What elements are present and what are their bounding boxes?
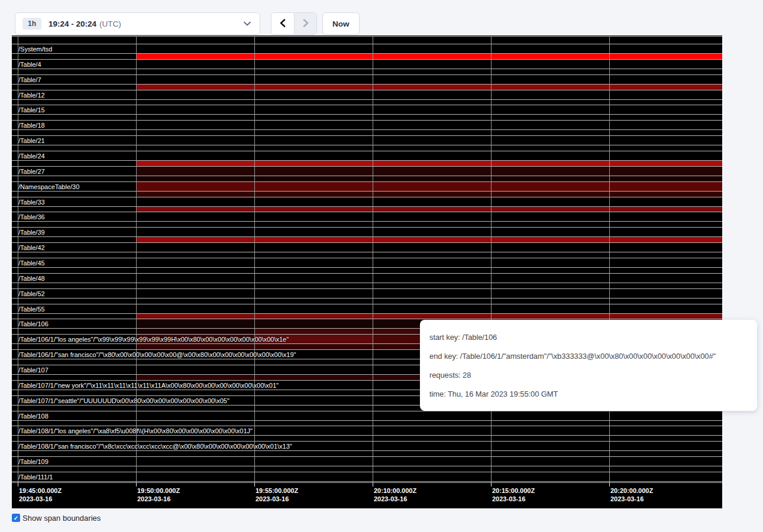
row-key-label: /Table/52 (18, 290, 45, 298)
row-key-label: /Table/106/1/"los angeles"/"\x99\x99\x99… (18, 335, 289, 343)
row-key-label: /Table/27 (18, 167, 45, 176)
span-boundary-line (12, 273, 722, 274)
span-boundary-line (12, 283, 722, 283)
span-boundary-line (12, 304, 722, 304)
heat-cell (137, 182, 722, 192)
time-tick (136, 482, 137, 486)
heatmap[interactable]: /System/tsd/Table/4/Table/7/Table/12/Tab… (12, 35, 722, 508)
time-gridline (609, 36, 610, 482)
row-key-label: /Table/109 (18, 458, 49, 466)
span-boundary-line (12, 420, 722, 421)
row-key-label: /Table/4 (18, 60, 41, 69)
span-boundary-line (12, 288, 722, 289)
time-gridline (373, 36, 373, 482)
span-boundary-line (12, 84, 722, 85)
row-key-label: /Table/111/1 (18, 473, 53, 481)
time-tick (373, 482, 373, 486)
heat-cell (137, 54, 722, 59)
row-key-label: /Table/12 (18, 91, 45, 99)
row-key-label: /Table/21 (18, 137, 45, 145)
axis-date-label: 2023-03-16 (256, 495, 289, 503)
time-gridline (136, 36, 137, 482)
row-key-label: /Table/107/1/"seattle"/"UUUUUUD\x00\x80\… (18, 397, 229, 405)
span-boundary-line (12, 120, 722, 121)
prev-interval-button[interactable] (271, 13, 294, 34)
chevron-right-icon (302, 18, 309, 30)
span-boundary-line (12, 236, 722, 237)
heat-cell (137, 329, 254, 334)
time-nav-group (271, 12, 317, 35)
heatmap-tooltip: start key: /Table/106end key: /Table/106… (420, 320, 757, 411)
row-key-label: /NamespaceTable/30 (18, 183, 79, 191)
axis-time-label: 20:10:00.000Z (374, 487, 416, 495)
span-boundary-line (12, 151, 722, 151)
time-range-value: 19:24 - 20:24 (49, 20, 96, 28)
row-key-label: /Table/7 (18, 76, 41, 84)
row-key-label: /Table/18 (18, 121, 45, 129)
span-boundary-line (12, 252, 722, 252)
row-key-label: /Table/107/1/"new york"/"\x11\x11\x11\x1… (18, 381, 279, 390)
span-boundary-line (12, 221, 722, 222)
row-key-label: /Table/39 (18, 228, 45, 236)
time-tick (18, 482, 18, 486)
span-boundary-line (12, 90, 722, 90)
tooltip-line: requests: 28 (429, 371, 748, 379)
row-key-label: /Table/108 (18, 412, 49, 420)
span-boundary-line (12, 53, 722, 54)
show-span-boundaries-checkbox[interactable]: ✓ (12, 514, 20, 522)
axis-date-label: 2023-03-16 (492, 495, 525, 503)
heat-cell (137, 167, 722, 176)
axis-date-label: 2023-03-16 (374, 495, 407, 503)
tooltip-line: end key: /Table/106/1/"amsterdam"/"\xb33… (429, 352, 748, 361)
axis-time-label: 20:20:00.000Z (610, 487, 653, 495)
row-key-label: /Table/106/1/"san francisco"/"\x80\x00\x… (18, 351, 296, 359)
span-boundary-line (12, 456, 722, 457)
row-key-label: /Table/108/1/"san francisco"/"\x8c\xcc\x… (18, 442, 292, 450)
row-key-label: /Table/15 (18, 106, 45, 114)
axis-time-label: 19:50:00.000Z (137, 487, 180, 495)
span-boundary-line (12, 298, 722, 299)
time-tick (609, 482, 610, 486)
time-range-select[interactable]: 1h 19:24 - 20:24 (UTC) (15, 12, 260, 35)
span-boundary-line (12, 74, 722, 75)
span-boundary-line (12, 166, 722, 167)
tooltip-line: start key: /Table/106 (429, 333, 748, 342)
now-button[interactable]: Now (322, 12, 360, 35)
span-boundary-line (12, 135, 722, 136)
row-key-label: /System/tsd (18, 45, 52, 53)
heat-cell (137, 85, 722, 90)
row-key-label: /Table/106 (18, 320, 49, 328)
row-key-label: /Table/33 (18, 198, 45, 206)
span-boundary-line (12, 482, 722, 483)
heat-cell (137, 314, 722, 319)
axis-date-label: 2023-03-16 (19, 495, 52, 503)
row-key-label: /Table/107 (18, 366, 49, 374)
span-boundary-line (12, 206, 722, 207)
time-gridline (254, 36, 255, 482)
time-range-badge: 1h (22, 18, 41, 30)
span-boundary-line (12, 160, 722, 161)
span-boundary-line (12, 191, 722, 192)
span-boundary-line (12, 227, 722, 228)
footer: ✓ Show span boundaries (12, 512, 101, 524)
span-boundary-line (12, 36, 722, 37)
span-boundary-line (12, 176, 722, 176)
span-boundary-line (12, 472, 722, 472)
span-boundary-line (12, 426, 722, 426)
tooltip-line: time: Thu, 16 Mar 2023 19:55:00 GMT (429, 390, 748, 398)
heat-cell (137, 192, 722, 197)
toolbar: 1h 19:24 - 20:24 (UTC) Now (0, 0, 763, 35)
span-boundary-line (12, 114, 722, 115)
span-boundary-line (12, 69, 722, 69)
span-boundary-line (12, 129, 722, 130)
span-boundary-line (12, 99, 722, 100)
axis-time-label: 20:15:00.000Z (492, 487, 535, 495)
span-boundary-line (12, 181, 722, 182)
axis-date-label: 2023-03-16 (137, 495, 170, 503)
span-boundary-line (12, 450, 722, 451)
heat-cell (137, 237, 722, 242)
row-key-label: /Table/42 (18, 244, 45, 252)
next-interval-button[interactable] (294, 13, 316, 34)
span-boundary-line (12, 435, 722, 436)
span-boundary-line (12, 212, 722, 212)
